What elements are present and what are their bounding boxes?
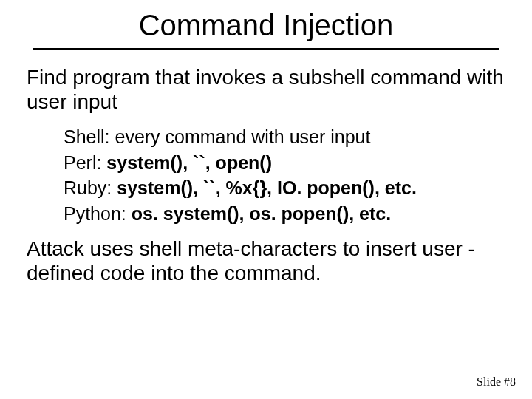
item-value: os. system(), os. popen(), etc.: [132, 203, 391, 224]
item-value: system(), ``, %x{}, IO. popen(), etc.: [117, 177, 417, 198]
slide-number: Slide #8: [477, 375, 516, 389]
lead-paragraph: Find program that invokes a subshell com…: [27, 65, 505, 114]
list-item: Python: os. system(), os. popen(), etc.: [64, 201, 505, 227]
title-underline: [33, 48, 499, 50]
item-label: Python:: [64, 203, 132, 224]
list-item: Shell: every command with user input: [64, 124, 505, 150]
item-label: Ruby:: [64, 177, 117, 198]
closing-paragraph: Attack uses shell meta-characters to ins…: [27, 236, 505, 285]
list-item: Ruby: system(), ``, %x{}, IO. popen(), e…: [64, 175, 505, 201]
slide-title: Command Injection: [0, 0, 532, 48]
slide-body: Find program that invokes a subshell com…: [0, 65, 532, 285]
item-label: Perl:: [64, 152, 106, 173]
item-value: system(), ``, open(): [106, 152, 272, 173]
item-value: every command with user input: [115, 126, 370, 147]
language-list: Shell: every command with user input Per…: [27, 124, 505, 226]
list-item: Perl: system(), ``, open(): [64, 150, 505, 176]
item-label: Shell:: [64, 126, 115, 147]
